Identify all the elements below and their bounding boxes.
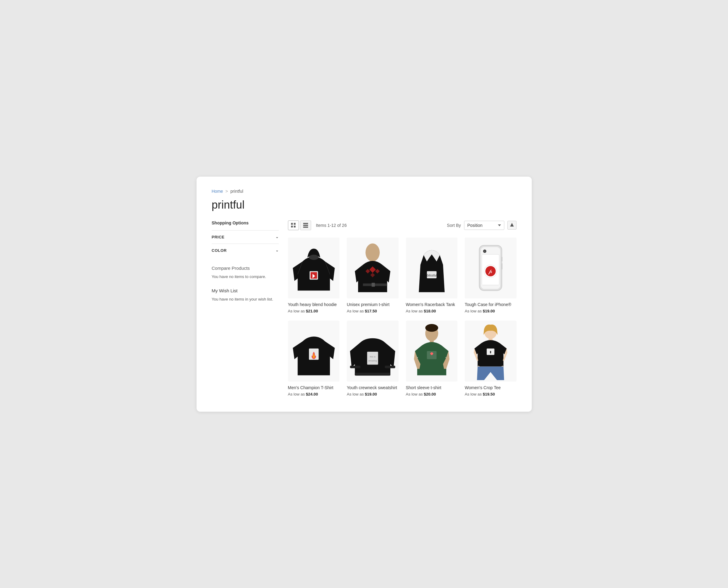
price-filter-label: PRICE [212,235,225,239]
svg-text:𝓅: 𝓅 [488,268,492,274]
product-card[interactable]: Youth heavy blend hoodieAs low as $21.00 [288,237,340,313]
svg-text:amazing: amazing [368,359,377,362]
product-image-wrap: 𝓅 [465,237,517,298]
product-card[interactable]: Short sleeve t-shirtAs low as $20.00 [406,321,458,397]
sidebar: Shopping Options PRICE ⌄ COLOR ⌄ Compare… [212,220,279,397]
product-image-wrap: this is amazing [347,321,399,381]
svg-rect-29 [501,263,503,270]
product-price: As low as $19.00 [465,309,517,313]
sort-label: Sort By [447,223,461,228]
svg-point-11 [365,243,380,261]
product-image-wrap [288,321,340,381]
product-illustration [347,237,399,298]
sort-arrow-icon [510,223,514,227]
main-layout: Shopping Options PRICE ⌄ COLOR ⌄ Compare… [212,220,517,397]
product-name: Youth heavy blend hoodie [288,302,340,307]
product-illustration [288,321,340,381]
product-illustration: this is amazing [347,321,399,381]
page-container: Home > printful printful Shopping Option… [197,176,532,412]
breadcrumb-separator: > [225,189,228,194]
svg-rect-16 [363,283,387,286]
view-toggles [288,220,311,230]
sort-select[interactable]: Position Product Name Price [464,221,504,230]
products-grid: Youth heavy blend hoodieAs low as $21.00… [288,237,517,397]
product-name: Unisex premium t-shirt [347,302,399,307]
product-card[interactable]: Men's Champion T-ShirtAs low as $24.00 [288,321,340,397]
svg-rect-32 [385,365,395,368]
product-price: As low as $19.00 [347,392,399,397]
price-chevron-icon: ⌄ [276,235,279,239]
list-view-button[interactable] [300,220,311,230]
product-name: Tough Case for iPhone® [465,302,517,307]
product-name: Short sleeve t-shirt [406,385,458,390]
product-illustration [406,321,458,381]
product-price: As low as $19.50 [465,392,517,397]
svg-rect-2 [291,226,293,228]
sort-area: Sort By Position Product Name Price [447,221,517,230]
product-card[interactable]: ▮ Women's Crop TeeAs low as $19.50 [465,321,517,397]
svg-rect-4 [303,223,308,224]
product-card[interactable]: 𝓅 Tough Case for iPhone®As low as $19.00 [465,237,517,313]
svg-point-38 [425,324,438,332]
product-price: As low as $20.00 [406,392,458,397]
content-area: Items 1-12 of 26 Sort By Position Produc… [288,220,517,397]
svg-rect-34 [367,352,378,364]
product-card[interactable]: blissful Women's Racerback TankAs low as… [406,237,458,313]
product-illustration: ▮ [465,321,517,381]
breadcrumb-home-link[interactable]: Home [212,189,223,194]
product-image-wrap [288,237,340,298]
compare-message: You have no items to compare. [212,274,279,280]
product-price: As low as $17.50 [347,309,399,313]
product-card[interactable]: Unisex premium t-shirtAs low as $17.50 [347,237,399,313]
product-image-wrap [406,321,458,381]
svg-rect-33 [355,372,390,375]
svg-rect-0 [291,223,293,225]
compare-title: Compare Products [212,266,279,271]
wishlist-message: You have no items in your wish list. [212,296,279,302]
product-image-wrap: ▮ [465,321,517,381]
product-name: Women's Racerback Tank [406,302,458,307]
svg-text:blissful: blissful [427,273,437,277]
svg-marker-7 [510,223,514,227]
product-illustration: 𝓅 [465,237,517,298]
items-count: Items 1-12 of 26 [316,223,447,228]
product-price: As low as $18.00 [406,309,458,313]
product-price: As low as $21.00 [288,309,340,313]
grid-view-button[interactable] [288,220,299,230]
breadcrumb: Home > printful [212,189,517,194]
svg-rect-1 [294,223,296,225]
price-filter[interactable]: PRICE ⌄ [212,230,279,244]
svg-rect-5 [303,225,308,226]
toolbar: Items 1-12 of 26 Sort By Position Produc… [288,220,517,230]
svg-rect-31 [350,365,361,368]
svg-rect-17 [372,282,375,287]
svg-rect-3 [294,226,296,228]
product-illustration [288,237,340,298]
product-image-wrap [347,237,399,298]
product-name: Youth crewneck sweatshirt [347,385,399,390]
product-name: Men's Champion T-Shirt [288,385,340,390]
color-filter-label: COLOR [212,248,227,253]
color-filter[interactable]: COLOR ⌄ [212,244,279,257]
breadcrumb-current: printful [230,189,243,194]
svg-point-8 [309,255,319,260]
svg-point-23 [484,250,486,252]
product-name: Women's Crop Tee [465,385,517,390]
page-title: printful [212,198,517,211]
grid-icon [291,223,296,228]
list-icon [303,223,308,228]
compare-section: Compare Products You have no items to co… [212,266,279,280]
svg-text:▮: ▮ [490,350,491,354]
shopping-options-title: Shopping Options [212,220,279,225]
wishlist-title: My Wish List [212,288,279,293]
color-chevron-icon: ⌄ [276,248,279,252]
product-card[interactable]: this is amazing Youth crewneck sweatshir… [347,321,399,397]
svg-text:this is: this is [370,355,376,358]
product-price: As low as $24.00 [288,392,340,397]
product-image-wrap: blissful [406,237,458,298]
product-illustration: blissful [406,237,458,298]
sort-direction-button[interactable] [507,221,517,230]
svg-rect-28 [501,256,503,261]
wishlist-section: My Wish List You have no items in your w… [212,288,279,302]
svg-rect-6 [303,227,308,228]
